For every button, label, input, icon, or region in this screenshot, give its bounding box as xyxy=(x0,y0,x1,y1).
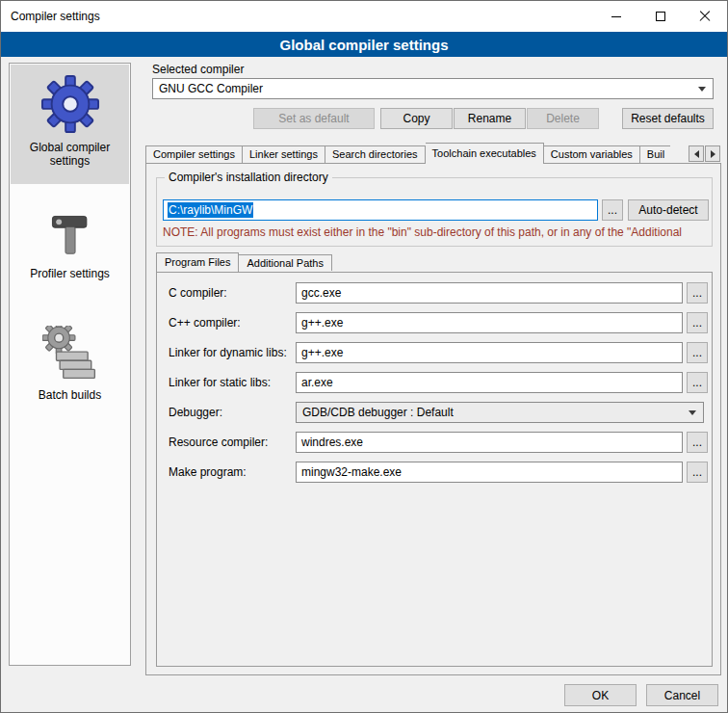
field-row-cpp-compiler: C++ compiler: ... xyxy=(157,312,712,333)
c-compiler-label: C compiler: xyxy=(169,282,227,304)
install-dir-selected-text: C:\raylib\MinGW xyxy=(168,202,253,218)
compiler-settings-dialog: Compiler settings Global compiler settin… xyxy=(0,0,728,713)
auto-detect-button[interactable]: Auto-detect xyxy=(628,199,709,221)
sidebar-item-label: Batch builds xyxy=(35,388,105,402)
install-dir-input[interactable]: C:\raylib\MinGW xyxy=(163,199,598,221)
close-button[interactable] xyxy=(683,1,727,32)
field-row-c-compiler: C compiler: ... xyxy=(157,282,712,304)
installation-directory-legend: Compiler's installation directory xyxy=(165,171,332,184)
tab-toolchain-executables[interactable]: Toolchain executables xyxy=(426,143,544,164)
maximize-button[interactable] xyxy=(638,1,683,32)
cpp-compiler-input[interactable] xyxy=(296,312,683,333)
linker-dynamic-browse-button[interactable]: ... xyxy=(687,342,708,363)
debugger-value: GDB/CDB debugger : Default xyxy=(302,406,454,419)
sidebar-item-batch-builds[interactable]: Batch builds xyxy=(11,316,129,430)
program-files-panel: C compiler: ... C++ compiler: ... Linker… xyxy=(156,272,713,667)
subtab-additional-paths[interactable]: Additional Paths xyxy=(239,254,332,271)
linker-static-input[interactable] xyxy=(296,372,683,393)
note-text: NOTE: All programs must exist either in … xyxy=(163,225,710,239)
sidebar-item-profiler-settings[interactable]: Profiler settings xyxy=(11,198,129,303)
minimize-icon xyxy=(611,16,621,17)
tab-linker-settings[interactable]: Linker settings xyxy=(243,145,325,163)
titlebar: Compiler settings xyxy=(1,1,727,32)
dialog-header-title: Global compiler settings xyxy=(279,37,448,53)
c-compiler-browse-button[interactable]: ... xyxy=(687,282,708,304)
dialog-header: Global compiler settings xyxy=(1,32,727,57)
window-controls xyxy=(594,1,727,32)
tab-scroll-right-button[interactable] xyxy=(705,145,720,162)
debugger-label: Debugger: xyxy=(169,402,222,423)
resource-compiler-label: Resource compiler: xyxy=(169,432,268,453)
minimize-button[interactable] xyxy=(594,1,638,32)
selected-compiler-label: Selected compiler xyxy=(152,63,244,76)
sidebar-item-global-compiler-settings[interactable]: Global compiler settings xyxy=(11,65,129,184)
linker-static-browse-button[interactable]: ... xyxy=(687,372,708,393)
reset-defaults-button[interactable]: Reset defaults xyxy=(622,108,714,129)
set-as-default-button[interactable]: Set as default xyxy=(253,108,375,129)
cancel-button[interactable]: Cancel xyxy=(646,684,718,706)
installation-directory-groupbox: Compiler's installation directory C:\ray… xyxy=(156,177,713,247)
settings-tabstrip: Compiler settings Linker settings Search… xyxy=(145,143,670,164)
cpp-compiler-browse-button[interactable]: ... xyxy=(687,312,708,333)
install-dir-browse-button[interactable]: ... xyxy=(602,199,623,221)
toolchain-executables-panel: Compiler's installation directory C:\ray… xyxy=(145,163,721,675)
make-program-label: Make program: xyxy=(169,462,247,483)
tab-search-directories[interactable]: Search directories xyxy=(325,145,426,163)
rename-button[interactable]: Rename xyxy=(454,108,526,129)
selected-compiler-value: GNU GCC Compiler xyxy=(159,82,263,95)
tab-scroll-left-button[interactable] xyxy=(689,145,704,162)
linker-dynamic-label: Linker for dynamic libs: xyxy=(169,342,287,363)
ok-button[interactable]: OK xyxy=(564,684,637,706)
sidebar: Global compiler settings Profiler settin… xyxy=(9,63,131,666)
field-row-resource-compiler: Resource compiler: ... xyxy=(157,432,712,453)
debugger-dropdown[interactable]: GDB/CDB debugger : Default xyxy=(296,402,704,423)
copy-button[interactable]: Copy xyxy=(380,108,453,129)
linker-dynamic-input[interactable] xyxy=(296,342,683,363)
sidebar-item-label: Profiler settings xyxy=(26,267,114,280)
resource-compiler-input[interactable] xyxy=(296,432,683,453)
field-row-debugger: Debugger: GDB/CDB debugger : Default xyxy=(157,402,712,423)
make-program-browse-button[interactable]: ... xyxy=(687,462,708,483)
linker-static-label: Linker for static libs: xyxy=(169,372,271,393)
profiler-tool-icon xyxy=(44,208,96,260)
arrow-right-icon xyxy=(711,150,715,158)
cpp-compiler-label: C++ compiler: xyxy=(169,312,241,333)
sidebar-item-label: Global compiler settings xyxy=(11,141,129,168)
field-row-make-program: Make program: ... xyxy=(157,462,712,483)
field-row-linker-dynamic: Linker for dynamic libs: ... xyxy=(157,342,712,363)
chevron-down-icon xyxy=(698,87,706,92)
chevron-down-icon xyxy=(689,410,696,415)
resource-compiler-browse-button[interactable]: ... xyxy=(687,432,708,453)
maximize-icon xyxy=(656,12,665,21)
batch-builds-icon xyxy=(42,326,98,382)
delete-button[interactable]: Delete xyxy=(527,108,599,129)
arrow-left-icon xyxy=(694,150,699,158)
make-program-input[interactable] xyxy=(296,462,683,483)
tab-build-options-clipped[interactable]: Buil xyxy=(640,145,670,163)
program-files-tabstrip: Program Files Additional Paths xyxy=(156,252,332,272)
field-row-linker-static: Linker for static libs: ... xyxy=(157,372,712,393)
selected-compiler-dropdown[interactable]: GNU GCC Compiler xyxy=(152,78,714,99)
subtab-program-files[interactable]: Program Files xyxy=(156,252,239,272)
tab-custom-variables[interactable]: Custom variables xyxy=(544,145,640,163)
close-icon xyxy=(699,11,711,22)
c-compiler-input[interactable] xyxy=(296,282,683,304)
gear-blue-icon xyxy=(40,74,100,134)
window-title: Compiler settings xyxy=(11,10,100,23)
tab-compiler-settings[interactable]: Compiler settings xyxy=(145,145,243,163)
